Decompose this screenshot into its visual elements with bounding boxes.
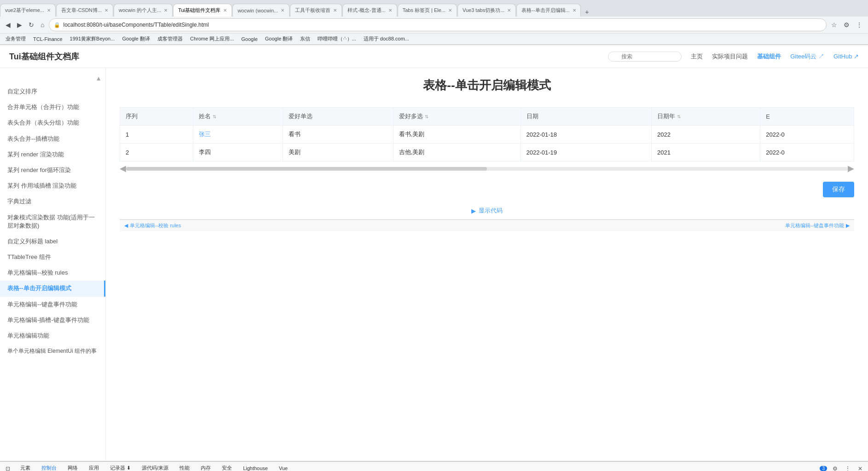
nav-home[interactable]: 主页 [691,52,703,61]
tab-close-icon[interactable]: ✕ [507,8,511,13]
tab-tools[interactable]: 工具千板收缩首 ✕ [290,4,342,17]
sidebar-item-scope-slot[interactable]: 某列 作用域插槽 渲染功能 [0,178,105,194]
devtools-tab-elements[interactable]: 元素 [17,463,33,471]
sidebar: ▲ 自定义排序 合并单元格（合并行）功能 表头合并（表头分组）功能 表头合并--… [0,68,106,461]
bookmark-manager[interactable]: 成客管理器 [156,35,185,43]
nav-projects[interactable]: 实际项目问题 [712,52,748,61]
nav-github[interactable]: GitHub ↗ [833,53,859,60]
sort-icon-name[interactable]: ⇅ [213,114,216,119]
sidebar-item-custom-label[interactable]: 自定义列标题 label [0,234,105,249]
prev-nav-button[interactable]: ◀ 单元格编辑--校验 rules [120,222,185,229]
devtools-tab-application[interactable]: 应用 [86,463,102,471]
bookmark-doc88[interactable]: 适用于 doc88.com... [362,35,411,43]
tab-close-icon[interactable]: ✕ [388,8,392,13]
bookmark-google-translate[interactable]: Google 翻译 [120,35,152,43]
save-button[interactable]: 保存 [823,182,854,197]
sidebar-item-slot-keyboard[interactable]: 单元格编辑-插槽-键盘事件功能 [0,312,105,328]
tab-close-icon[interactable]: ✕ [223,8,227,13]
sort-icon-date-year[interactable]: ⇅ [677,114,681,119]
devtools-tab-performance[interactable]: 性能 [177,463,192,471]
devtools-tab-memory[interactable]: 内存 [198,463,214,471]
new-tab-button[interactable]: + [583,7,590,17]
sidebar-item-custom-sort[interactable]: 自定义排序 [0,84,105,99]
th-date-year: 日期年 ⇅ [652,108,760,126]
th-e-content: E [766,113,848,120]
sidebar-item-merge-row[interactable]: 合并单元格（合并行）功能 [0,99,105,115]
tab-close-icon[interactable]: ✕ [448,8,452,13]
bookmark-chrome-store[interactable]: Chrome 网上应用... [188,35,236,43]
back-button[interactable]: ◀ [4,20,12,29]
td-hobby-single-2: 美剧 [283,144,393,161]
devtools-tab-vue[interactable]: Vue [276,464,290,471]
tab-close-icon[interactable]: ✕ [164,8,168,13]
td-name-2[interactable]: 李四 [193,144,283,161]
search-input[interactable] [608,52,682,62]
url-bar[interactable]: 🔒 localhost:8080/t-ui/baseComponents/TTa… [49,18,827,31]
bookmark-tcl[interactable]: TCL-Finance [31,36,64,42]
sidebar-item-render[interactable]: 某列 render 渲染功能 [0,147,105,162]
bookmark-bilibili[interactable]: 哔哩哔哩（·'·）... [316,35,358,43]
devtools-tab-recorder[interactable]: 记录器 ⬇ [107,463,133,471]
next-nav-button[interactable]: 单元格编辑--键盘事件功能 ▶ [781,222,854,229]
sidebar-item-single-click[interactable]: 表格--单击开启编辑模式 [0,281,105,296]
tab-close-icon[interactable]: ✕ [104,8,108,13]
sidebar-item-merge-slot[interactable]: 表头合并--插槽功能 [0,131,105,147]
bookmark-dongxin[interactable]: 东信 [298,35,312,43]
bookmark-google-translate2[interactable]: Google 翻译 [263,35,295,43]
bookmark-1991[interactable]: 1991黄家辉Beyon... [68,35,117,43]
tab-wocwin[interactable]: wocwin 的个人主... ✕ [114,4,173,17]
devtools-tab-network[interactable]: 网络 [65,463,81,471]
tab-csdn[interactable]: 吾文章-CSDN博... ✕ [56,4,113,17]
bookmark-google[interactable]: Google [239,36,259,42]
devtools-settings-button[interactable]: ⚙ [831,465,839,471]
forward-button[interactable]: ▶ [15,20,24,29]
sidebar-item-validate[interactable]: 单元格编辑--校验 rules [0,265,105,281]
devtools-tab-lighthouse[interactable]: Lighthouse [240,464,271,471]
sidebar-item-render-for[interactable]: 某列 render for循环渲染 [0,162,105,178]
devtools-tab-console[interactable]: 控制台 [39,463,59,471]
sidebar-item-cell-edit[interactable]: 单元格编辑功能 [0,328,105,344]
tab-vue3[interactable]: Vue3 tabs切换功... ✕ [457,4,516,17]
td-seq-1: 1 [120,126,193,144]
scroll-left-icon[interactable]: ◀ [120,163,126,173]
th-hobby-multi: 爱好多选 ⇅ [393,108,521,126]
star-button[interactable]: ☆ [829,20,839,29]
tab-style[interactable]: 样式-概念-普通... ✕ [342,4,397,17]
devtools-tab-security[interactable]: 安全 [219,463,235,471]
tab-vue2[interactable]: vue2基于eleme... ✕ [0,4,56,17]
tab-tabs[interactable]: Tabs 标签页 | Ele... ✕ [398,4,457,17]
table-scrollbar[interactable] [126,167,848,171]
td-name-1[interactable]: 张三 [193,126,283,144]
sidebar-item-dict-filter[interactable]: 字典过滤 [0,194,105,209]
sidebar-item-object-render[interactable]: 对象模式渲染数据 功能(适用于一层对象数据) [0,210,105,234]
tab-table-edit[interactable]: 表格--单击开启编辑... ✕ [516,4,581,17]
devtools-close-button[interactable]: ✕ [856,465,864,471]
home-button[interactable]: ⌂ [39,20,46,29]
td-name-2-text: 李四 [199,149,211,155]
sort-icon-hobby-multi[interactable]: ⇅ [425,114,428,119]
devtools-toggle-button[interactable]: ⊡ [4,465,12,471]
show-code-bar[interactable]: ▶ 显示代码 [120,207,854,215]
tab-tui-active[interactable]: Tui基础组件文档库 ✕ [173,4,232,17]
bookmark-business[interactable]: 业务管理 [4,35,28,43]
tab-close-icon[interactable]: ✕ [281,8,284,13]
reload-button[interactable]: ↻ [27,20,36,29]
sidebar-item-single-cell[interactable]: 单个单元格编辑 ElementUi 组件的事 [0,344,105,359]
lock-icon: 🔒 [54,22,60,28]
sidebar-item-merge-header[interactable]: 表头合并（表头分组）功能 [0,115,105,131]
tab-close-icon[interactable]: ✕ [47,8,51,13]
scroll-right-icon[interactable]: ▶ [848,163,854,173]
sidebar-item-ttabletree[interactable]: TTableTree 组件 [0,249,105,265]
nav-components[interactable]: 基础组件 [757,52,781,61]
sidebar-item-keyboard[interactable]: 单元格编辑--键盘事件功能 [0,297,105,312]
tab-close-icon[interactable]: ✕ [573,8,576,13]
tab-wocwin2[interactable]: wocwin (wocwin... ✕ [232,4,289,17]
extensions-button[interactable]: ⚙ [842,20,851,29]
bottom-nav: ◀ 单元格编辑--校验 rules 单元格编辑--键盘事件功能 ▶ [120,219,854,231]
devtools-tab-sources[interactable]: 源代码/来源 [139,463,171,471]
tab-close-icon[interactable]: ✕ [333,8,337,13]
devtools-more-button[interactable]: ⋮ [843,465,852,471]
collapse-arrow-icon[interactable]: ▲ [95,75,102,82]
menu-button[interactable]: ⋮ [854,20,864,29]
nav-gitee[interactable]: Gitee码云 ↗ [790,52,824,61]
